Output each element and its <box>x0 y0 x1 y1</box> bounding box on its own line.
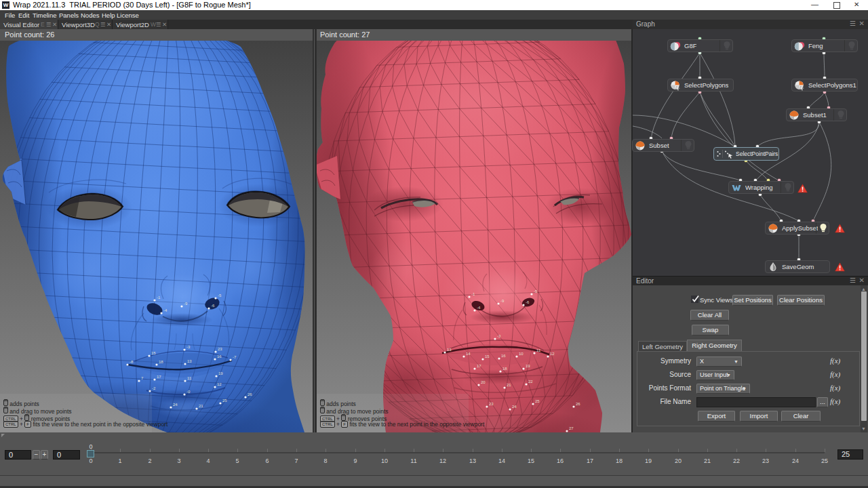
svg-text:-1: -1 <box>157 296 161 300</box>
svg-text:-5: -5 <box>218 293 222 298</box>
svg-text:-9: -9 <box>500 299 505 303</box>
svg-text:19: 19 <box>526 364 530 368</box>
svg-text:-2: -2 <box>152 386 156 390</box>
svg-text:-6: -6 <box>211 304 215 308</box>
svg-text:12: 12 <box>550 352 555 356</box>
svg-text:23: 23 <box>218 347 222 351</box>
svg-text:11: 11 <box>187 376 192 380</box>
svg-text:24: 24 <box>173 403 178 407</box>
svg-text:16: 16 <box>217 354 222 359</box>
svg-text:-8: -8 <box>130 360 134 364</box>
svg-text:27: 27 <box>569 426 574 430</box>
svg-text:-9: -9 <box>184 302 188 306</box>
svg-text:15: 15 <box>485 354 490 359</box>
svg-text:15: 15 <box>151 351 156 355</box>
svg-text:25: 25 <box>222 399 227 403</box>
svg-text:18: 18 <box>159 360 163 364</box>
svg-text:20: 20 <box>481 380 486 384</box>
svg-text:16: 16 <box>501 354 506 358</box>
svg-text:-6: -6 <box>526 300 530 304</box>
svg-text:26: 26 <box>248 392 252 396</box>
svg-text:13: 13 <box>187 359 192 363</box>
svg-text:10: 10 <box>519 352 524 356</box>
svg-text:21: 21 <box>507 383 511 387</box>
svg-text:12: 12 <box>217 382 222 386</box>
svg-text:-7: -7 <box>233 355 237 359</box>
svg-text:21: 21 <box>199 404 203 408</box>
svg-text:26: 26 <box>576 402 580 406</box>
svg-text:24: 24 <box>512 405 517 409</box>
svg-text:-3: -3 <box>186 345 191 349</box>
svg-text:-5: -5 <box>534 289 538 293</box>
svg-text:18: 18 <box>502 367 507 371</box>
svg-text:17: 17 <box>477 364 481 368</box>
svg-text:-3: -3 <box>497 334 501 338</box>
svg-text:-4: -4 <box>477 306 481 310</box>
svg-text:22: 22 <box>528 380 533 384</box>
svg-text:11: 11 <box>536 348 541 352</box>
svg-text:-4: -4 <box>163 308 167 312</box>
svg-text:-0: -0 <box>186 390 191 394</box>
svg-text:23: 23 <box>489 402 494 406</box>
svg-text:-1: -1 <box>471 292 475 296</box>
svg-text:13: 13 <box>447 348 452 352</box>
svg-text:25: 25 <box>535 399 540 403</box>
svg-text:19: 19 <box>218 371 223 375</box>
svg-text:17: 17 <box>157 375 161 379</box>
svg-text:14: 14 <box>466 352 471 356</box>
